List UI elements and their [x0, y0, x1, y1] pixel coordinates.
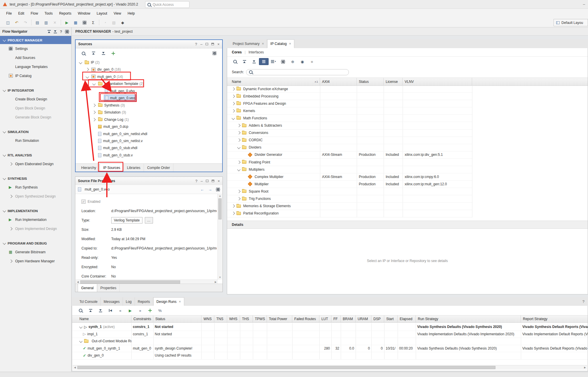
tab-reports[interactable]: Reports: [135, 297, 153, 306]
redo-button[interactable]: ↷: [21, 19, 30, 26]
collapse-all-icon[interactable]: [48, 30, 51, 33]
tree-item-content[interactable]: Instantiation Template(2): [97, 81, 145, 87]
search-button[interactable]: [230, 58, 240, 65]
doc-tab-ip-catalog[interactable]: IP Catalog×: [267, 39, 294, 48]
column-header-status[interactable]: Status: [153, 315, 201, 322]
tree-item-content[interactable]: div_gen_0(16): [91, 67, 122, 72]
float-icon[interactable]: [206, 180, 208, 182]
chevron-right-icon[interactable]: [9, 259, 12, 263]
tab-hierarchy[interactable]: Hierarchy: [78, 164, 100, 172]
quick-access-search[interactable]: Quick Access: [145, 1, 189, 8]
column-header-status[interactable]: Status: [357, 78, 384, 85]
column-header-name[interactable]: Name∧1: [230, 78, 320, 85]
nav-item-settings[interactable]: Settings: [0, 44, 71, 53]
chevron-down-icon[interactable]: [86, 75, 89, 78]
catalog-row-divider-generator[interactable]: Divider GeneratorAXI4-StreamProductionIn…: [227, 151, 472, 159]
column-header-run-strategy[interactable]: Run Strategy: [416, 315, 521, 322]
expand-all-button[interactable]: [95, 307, 105, 314]
elaborate-button[interactable]: ▦: [71, 19, 80, 26]
close-icon[interactable]: ×: [289, 42, 291, 46]
tree-item-content[interactable]: mult_gen_0_stub.vhdl: [97, 145, 138, 151]
chevron-right-icon[interactable]: [86, 68, 89, 71]
tree-item-mult-gen-0[interactable]: mult_gen_0(14): [76, 73, 222, 80]
tree-item-simulation[interactable]: Simulation(3): [76, 109, 222, 116]
chevron-right-icon[interactable]: [232, 87, 235, 90]
undo-button[interactable]: ↶: [12, 19, 21, 26]
expand-all-button[interactable]: [98, 50, 108, 57]
run-row-mult-gen-0-synth-1[interactable]: ✓mult_gen_0_synth_1mult_gen_0synth_desig…: [72, 345, 588, 352]
chevron-right-icon[interactable]: [237, 190, 240, 193]
flow-section-header-implementation[interactable]: IMPLEMENTATION: [0, 206, 71, 215]
catalog-row-dynamic-function-exchange[interactable]: Dynamic Function eXchange: [227, 85, 472, 93]
chevron-right-icon[interactable]: [237, 197, 240, 200]
tree-item-content[interactable]: mult_gen_0.veo: [104, 95, 136, 101]
tab-tcl-console[interactable]: Tcl Console: [76, 297, 101, 306]
run-row-div-gen-0[interactable]: ✓div_gen_0Using cached IP results: [72, 352, 588, 359]
column-header-license[interactable]: License: [384, 78, 403, 85]
tree-item-content[interactable]: Simulation(3): [97, 109, 127, 115]
catalog-row-memories-storage-elements[interactable]: Memories & Storage Elements: [227, 203, 472, 210]
browse-button[interactable]: …: [145, 217, 153, 224]
tree-item-content[interactable]: IP(2): [84, 60, 100, 65]
back-icon[interactable]: ←: [200, 188, 204, 191]
column-header-elapsed[interactable]: Elapsed: [398, 315, 416, 322]
chevron-right-icon[interactable]: [232, 95, 235, 98]
flow-section-header-program-and-debug[interactable]: PROGRAM AND DEBUG: [0, 239, 71, 247]
type-combo[interactable]: Verilog Template: [111, 217, 142, 224]
catalog-row-multipliers[interactable]: Multipliers: [227, 166, 472, 173]
scroll-left-icon[interactable]: ◀: [73, 365, 77, 370]
column-header-tns[interactable]: TNS: [214, 315, 227, 322]
tab-properties[interactable]: Properties: [97, 284, 120, 292]
tab-design-runs[interactable]: Design Runs×: [153, 297, 184, 306]
group-taxonomy-button[interactable]: [259, 58, 269, 65]
chevron-down-icon[interactable]: [237, 168, 240, 171]
tree-item-ip[interactable]: IP(2): [76, 59, 222, 66]
tab-log[interactable]: Log: [123, 297, 135, 306]
run-row-impl-1[interactable]: ▷impl_1constrs_1Not startedVivado Implem…: [72, 331, 588, 338]
menu-edit[interactable]: Edit: [15, 9, 27, 18]
first-button[interactable]: ◀: [105, 307, 115, 314]
step-forward-button[interactable]: »: [135, 307, 145, 314]
search-button[interactable]: [76, 307, 86, 314]
flow-section-header-synthesis[interactable]: SYNTHESIS: [0, 174, 71, 183]
column-header-dsp[interactable]: DSP: [371, 315, 384, 322]
tab-compile-order[interactable]: Compile Order: [144, 164, 173, 172]
catalog-row-math-functions[interactable]: Math Functions: [227, 114, 472, 122]
tree-item-mult-gen-0-vho[interactable]: mult_gen_0.vho: [76, 88, 222, 95]
view-options-button[interactable]: ▾: [269, 58, 278, 65]
tree-item-mult-gen-0-sim-netlist-vhdl[interactable]: mult_gen_0_sim_netlist.vhdl: [76, 130, 222, 137]
nav-item-add-sources[interactable]: Add Sources: [0, 53, 71, 62]
tab-libraries[interactable]: Libraries: [124, 164, 144, 172]
tree-item-content[interactable]: Change Log(1): [97, 117, 130, 123]
catalog-row-cordic[interactable]: CORDIC: [227, 137, 472, 144]
collapse-all-button[interactable]: [86, 307, 95, 314]
tab-messages[interactable]: Messages: [101, 297, 123, 306]
minimize-icon[interactable]: –: [583, 2, 585, 6]
help-icon[interactable]: ?: [195, 42, 197, 46]
catalog-row-conversions[interactable]: Conversions: [227, 129, 472, 137]
chevron-right-icon[interactable]: [232, 204, 235, 207]
tree-item-content[interactable]: mult_gen_0(14): [91, 74, 124, 80]
flow-section-header-simulation[interactable]: SIMULATION: [0, 127, 71, 136]
maximize-icon[interactable]: [211, 43, 214, 45]
menu-window[interactable]: Window: [74, 9, 93, 18]
expand-all-icon[interactable]: [54, 30, 57, 33]
column-header-whs[interactable]: WHS: [227, 315, 240, 322]
probe-button[interactable]: ◆: [118, 19, 127, 26]
expand-all-button[interactable]: [249, 58, 259, 65]
maximize-icon[interactable]: [212, 180, 214, 182]
scroll-right-icon[interactable]: ▶: [583, 365, 587, 370]
edit-button[interactable]: ▧: [109, 19, 118, 26]
delete-button[interactable]: ✕: [51, 19, 59, 26]
scroll-up-icon[interactable]: ▲: [218, 194, 222, 198]
chevron-down-icon[interactable]: [237, 146, 240, 149]
column-header-lut[interactable]: LUT: [319, 315, 331, 322]
forward-icon[interactable]: →: [208, 188, 212, 191]
chevron-right-icon[interactable]: [92, 104, 95, 107]
settings-button[interactable]: [209, 50, 219, 57]
nav-item-run-implementation[interactable]: ▶Run Implementation: [0, 215, 71, 224]
chevron-down-icon[interactable]: [79, 325, 82, 329]
scroll-down-icon[interactable]: ▼: [218, 275, 222, 280]
column-header-start[interactable]: Start: [384, 315, 398, 322]
view-tab-interfaces[interactable]: Interfaces: [248, 50, 264, 54]
